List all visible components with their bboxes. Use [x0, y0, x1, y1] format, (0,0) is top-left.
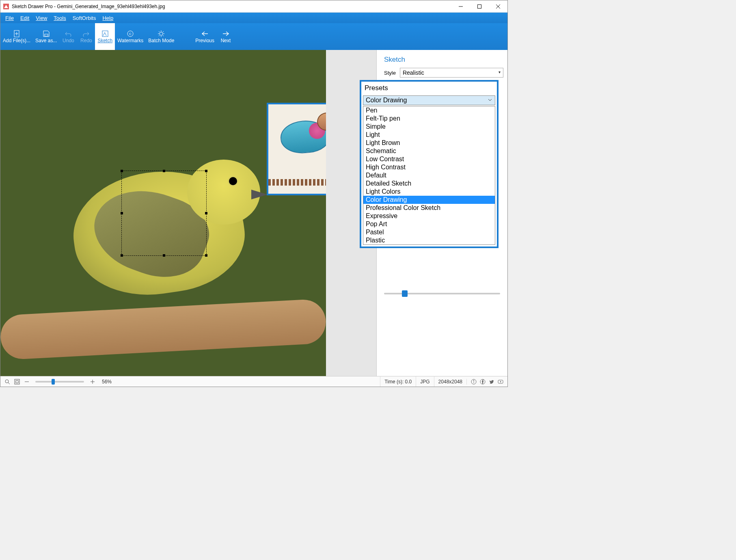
preset-item[interactable]: Color Drawing: [363, 196, 495, 204]
canvas-image[interactable]: [0, 50, 326, 376]
style-label: Style: [384, 70, 396, 76]
zoom-slider[interactable]: [35, 381, 84, 383]
preset-item[interactable]: Detailed Sketch: [363, 179, 495, 188]
menu-edit[interactable]: Edit: [17, 14, 32, 22]
presets-select[interactable]: Color Drawing: [363, 95, 495, 105]
menu-view[interactable]: View: [32, 14, 50, 22]
svg-rect-2: [478, 4, 481, 8]
panel-slider-thumb[interactable]: [402, 290, 408, 297]
preset-item[interactable]: Felt-Tip pen: [363, 115, 495, 123]
menu-file[interactable]: File: [2, 14, 17, 22]
image-bird-beak: [251, 190, 268, 199]
arrow-right-icon: [222, 31, 229, 37]
presets-list: Pen Felt-Tip pen Simple Light Light Brow…: [363, 106, 495, 245]
titlebar: Sketch Drawer Pro - Gemini_Generated_Ima…: [0, 0, 507, 13]
undo-icon: [65, 31, 72, 37]
panel-title: Sketch: [377, 50, 507, 68]
image-branch: [0, 298, 326, 360]
preset-item[interactable]: Pop Art: [363, 220, 495, 228]
previous-button[interactable]: Previous: [193, 23, 217, 50]
zoom-value: 56%: [102, 379, 112, 385]
add-file-icon: [13, 30, 20, 37]
style-row: Style Realistic: [377, 68, 507, 82]
zoom-out-button[interactable]: [23, 378, 30, 385]
gear-icon: [158, 30, 165, 37]
youtube-icon[interactable]: [498, 379, 503, 385]
window-title: Sketch Drawer Pro - Gemini_Generated_Ima…: [12, 4, 451, 9]
sketch-icon: [101, 30, 109, 37]
selection-handle-ne[interactable]: [205, 170, 207, 172]
preset-item[interactable]: Simple: [363, 123, 495, 131]
preset-item[interactable]: Professional Color Sketch: [363, 204, 495, 212]
selection-handle-sw[interactable]: [121, 254, 123, 257]
undo-button[interactable]: Undo: [59, 23, 77, 50]
next-button[interactable]: Next: [217, 23, 235, 50]
presets-title: Presets: [361, 82, 497, 95]
selection-handle-nw[interactable]: [121, 170, 123, 172]
minimize-button[interactable]: [451, 0, 470, 13]
selection-rectangle[interactable]: [121, 171, 207, 256]
maximize-button[interactable]: [470, 0, 489, 13]
preset-item[interactable]: Expressive: [363, 212, 495, 220]
preset-item[interactable]: Default: [363, 171, 495, 179]
preset-item[interactable]: Schematic: [363, 147, 495, 155]
menubar: File Edit View Tools SoftOrbits Help: [0, 13, 507, 23]
chevron-down-icon: [488, 97, 492, 102]
selection-handle-s[interactable]: [163, 254, 165, 257]
app-icon: [3, 3, 9, 10]
svg-point-22: [473, 380, 474, 381]
watermarks-button[interactable]: C Watermarks: [115, 23, 146, 50]
svg-rect-16: [16, 381, 18, 383]
preset-item[interactable]: Plastic: [363, 236, 495, 244]
twitter-icon[interactable]: [489, 379, 494, 385]
statusbar: 56% Time (s): 0.0 JPG 2048x2048: [0, 376, 507, 387]
preset-item[interactable]: Light: [363, 131, 495, 139]
selection-handle-w[interactable]: [121, 212, 123, 214]
selection-handle-n[interactable]: [163, 170, 165, 172]
close-button[interactable]: [489, 0, 507, 13]
preset-item[interactable]: Light Brown: [363, 139, 495, 147]
svg-rect-8: [45, 34, 48, 36]
preset-item[interactable]: High Contrast: [363, 163, 495, 171]
preset-item[interactable]: Light Colors: [363, 188, 495, 196]
main-area: Sketch Style Realistic Presets Color Dra…: [0, 50, 507, 376]
preset-item[interactable]: Pen: [363, 106, 495, 115]
preset-item[interactable]: Pastel: [363, 228, 495, 236]
redo-button[interactable]: Redo: [77, 23, 95, 50]
zoom-in-button[interactable]: [89, 378, 96, 385]
info-icon[interactable]: [471, 379, 477, 385]
status-time: Time (s): 0.0: [380, 376, 416, 387]
facebook-icon[interactable]: [480, 379, 486, 385]
menu-help[interactable]: Help: [99, 14, 117, 22]
preset-item[interactable]: Low Contrast: [363, 155, 495, 163]
preview-branch: [268, 179, 326, 186]
zoom-slider-thumb[interactable]: [52, 379, 55, 385]
svg-point-13: [5, 380, 9, 383]
style-select[interactable]: Realistic: [400, 68, 503, 78]
selection-handle-e[interactable]: [205, 212, 207, 214]
zoom-actual-button[interactable]: [4, 378, 11, 385]
save-icon: [43, 30, 50, 37]
menu-softorbits[interactable]: SoftOrbits: [69, 14, 99, 22]
watermark-icon: C: [127, 30, 134, 37]
side-panel: Sketch Style Realistic Presets Color Dra…: [376, 50, 507, 376]
svg-text:C: C: [129, 32, 132, 36]
canvas-pane: [0, 50, 376, 376]
menu-tools[interactable]: Tools: [50, 14, 69, 22]
toolbar: Add File(s)... Save as... Undo Redo Sket…: [0, 23, 507, 50]
window-controls: [451, 0, 507, 13]
svg-point-12: [160, 32, 163, 35]
status-format: JPG: [416, 376, 434, 387]
sketch-preview-popup[interactable]: [267, 103, 326, 195]
save-as-button[interactable]: Save as...: [33, 23, 59, 50]
zoom-fit-button[interactable]: [13, 378, 21, 385]
presets-dropdown: Presets Color Drawing Pen Felt-Tip pen S…: [360, 80, 499, 248]
add-files-button[interactable]: Add File(s)...: [0, 23, 33, 50]
svg-line-14: [8, 383, 10, 384]
selection-handle-se[interactable]: [205, 254, 207, 257]
sketch-button[interactable]: Sketch: [95, 23, 115, 50]
app-window: Sketch Drawer Pro - Gemini_Generated_Ima…: [0, 0, 508, 387]
redo-icon: [82, 31, 90, 37]
status-dimensions: 2048x2048: [434, 376, 466, 387]
batch-mode-button[interactable]: Batch Mode: [146, 23, 177, 50]
